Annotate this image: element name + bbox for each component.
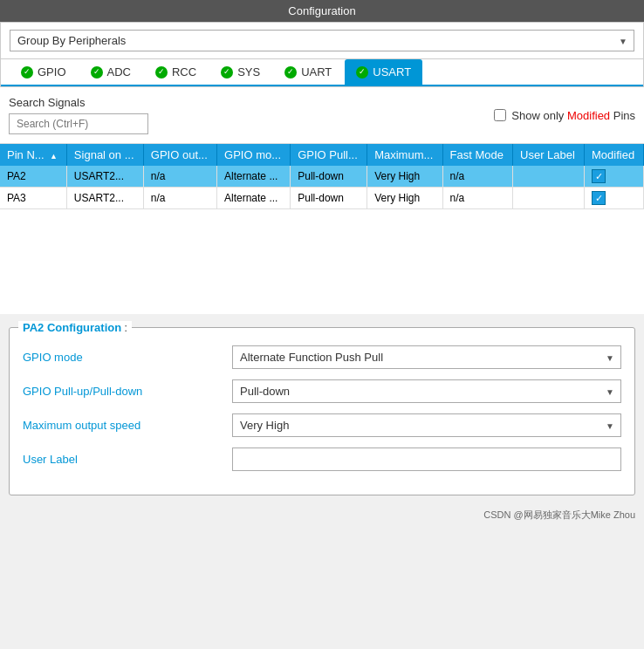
cell-pin: PA3 <box>0 188 66 209</box>
tab-gpio-check-icon <box>21 66 33 79</box>
col-modified[interactable]: Modified <box>585 144 644 166</box>
tab-usart-label: USART <box>373 65 411 79</box>
tab-adc[interactable]: ADC <box>79 59 142 85</box>
max-speed-select-wrapper: Low Medium High Very High <box>232 413 621 437</box>
tab-adc-check-icon <box>91 66 103 79</box>
tab-gpio[interactable]: GPIO <box>10 59 78 85</box>
col-pin[interactable]: Pin N... ▲ <box>0 144 66 166</box>
tab-bar: GPIO ADC RCC SYS UART USART <box>1 59 643 86</box>
gpio-mode-select[interactable]: Alternate Function Push Pull Input mode … <box>232 345 621 369</box>
sort-icon: ▲ <box>50 152 58 161</box>
group-by-row: Group By Peripherals <box>1 23 643 59</box>
col-gpio-pull[interactable]: GPIO Pull... <box>291 144 367 166</box>
config-row-gpio-mode: GPIO mode Alternate Function Push Pull I… <box>23 345 621 369</box>
cell-pin: PA2 <box>0 166 66 188</box>
cell-fast-mode: n/a <box>442 188 513 209</box>
cell-modified <box>585 188 644 209</box>
table-row[interactable]: PA2 USART2... n/a Alternate ... Pull-dow… <box>0 166 644 188</box>
cell-signal: USART2... <box>66 166 143 188</box>
modified-check-icon <box>592 169 606 183</box>
tab-uart[interactable]: UART <box>273 59 343 85</box>
modified-filter-label: Show only Modified Pins <box>511 109 635 122</box>
tab-rcc-label: RCC <box>172 65 196 79</box>
search-section: Search Signals Show only Modified Pins <box>0 87 644 144</box>
cell-gpio-mode: Alternate ... <box>217 166 291 188</box>
cell-gpio-pull: Pull-down <box>291 188 367 209</box>
cell-maximum: Very High <box>367 166 442 188</box>
max-speed-select[interactable]: Low Medium High Very High <box>232 413 621 437</box>
col-maximum[interactable]: Maximum... <box>367 144 442 166</box>
modified-highlight: Modified <box>567 109 610 122</box>
tab-sys-label: SYS <box>237 65 260 79</box>
modified-check-icon <box>592 191 606 205</box>
signals-table-wrapper: Pin N... ▲ Signal on ... GPIO out... GPI… <box>0 144 644 209</box>
user-label-field-label: User Label <box>23 453 232 466</box>
gpio-pull-label: GPIO Pull-up/Pull-down <box>23 385 232 398</box>
tab-adc-label: ADC <box>107 65 131 79</box>
tab-usart-check-icon <box>356 66 368 79</box>
tab-rcc[interactable]: RCC <box>144 59 208 85</box>
gpio-mode-label: GPIO mode <box>23 351 232 364</box>
cell-signal: USART2... <box>66 188 143 209</box>
gpio-pull-select[interactable]: No pull-up and no pull-down Pull-up Pull… <box>232 379 621 403</box>
watermark: CSDN @网易独家音乐大Mike Zhou <box>0 504 644 526</box>
cell-user-label <box>513 188 585 209</box>
tab-rcc-check-icon <box>155 66 168 79</box>
tab-uart-label: UART <box>301 65 332 79</box>
signals-table: Pin N... ▲ Signal on ... GPIO out... GPI… <box>0 144 644 209</box>
table-header-row: Pin N... ▲ Signal on ... GPIO out... GPI… <box>0 144 644 166</box>
cell-gpio-pull: Pull-down <box>291 166 367 188</box>
gpio-pull-select-wrapper: No pull-up and no pull-down Pull-up Pull… <box>232 379 621 403</box>
config-legend: PA2 Configuration : <box>18 321 132 334</box>
cell-fast-mode: n/a <box>442 166 513 188</box>
empty-space <box>0 209 644 314</box>
tab-uart-check-icon <box>284 66 297 79</box>
col-signal[interactable]: Signal on ... <box>66 144 143 166</box>
title-label: Configuration <box>288 4 355 17</box>
gpio-mode-select-wrapper: Alternate Function Push Pull Input mode … <box>232 345 621 369</box>
config-legend-label: PA2 Configuration <box>23 321 121 334</box>
cell-maximum: Very High <box>367 188 442 209</box>
table-row[interactable]: PA3 USART2... n/a Alternate ... Pull-dow… <box>0 188 644 209</box>
col-fast-mode[interactable]: Fast Mode <box>442 144 513 166</box>
search-input[interactable] <box>9 113 148 134</box>
tab-gpio-label: GPIO <box>38 65 66 79</box>
col-gpio-out[interactable]: GPIO out... <box>143 144 216 166</box>
tab-usart[interactable]: USART <box>345 59 422 85</box>
user-label-input-wrapper <box>232 447 621 471</box>
cell-modified <box>585 166 644 188</box>
search-label: Search Signals <box>9 96 148 109</box>
config-row-max-speed: Maximum output speed Low Medium High Ver… <box>23 413 621 437</box>
cell-gpio-mode: Alternate ... <box>217 188 291 209</box>
cell-gpio-out: n/a <box>143 188 216 209</box>
tab-sys[interactable]: SYS <box>209 59 271 85</box>
cell-gpio-out: n/a <box>143 166 216 188</box>
config-row-gpio-pull: GPIO Pull-up/Pull-down No pull-up and no… <box>23 379 621 403</box>
max-speed-label: Maximum output speed <box>23 419 232 432</box>
search-group: Search Signals <box>9 96 148 134</box>
modified-checkbox[interactable] <box>494 109 506 121</box>
title-bar: Configuration <box>0 0 644 22</box>
group-by-wrapper: Group By Peripherals <box>10 30 634 51</box>
col-user-label[interactable]: User Label <box>513 144 585 166</box>
cell-user-label <box>513 166 585 188</box>
user-label-input[interactable] <box>232 447 621 471</box>
group-by-select[interactable]: Group By Peripherals <box>10 30 634 51</box>
modified-filter-row: Show only Modified Pins <box>494 109 635 122</box>
col-gpio-mode[interactable]: GPIO mo... <box>217 144 291 166</box>
tab-sys-check-icon <box>221 66 233 79</box>
config-row-user-label: User Label <box>23 447 621 471</box>
config-section: PA2 Configuration : GPIO mode Alternate … <box>9 327 635 495</box>
